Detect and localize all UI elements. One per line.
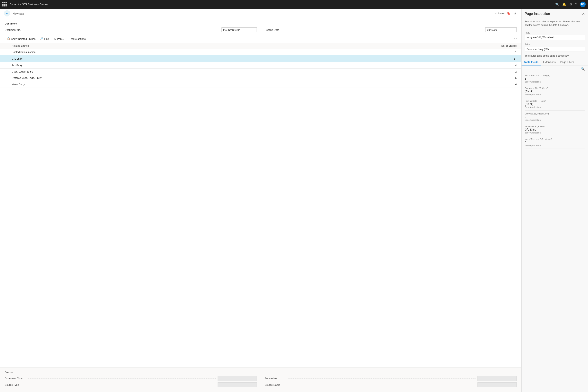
row-entry-name: Posted Sales Invoice [8,49,315,55]
field-value: (Blank) [525,102,585,106]
top-nav-icons: 🔍 🔔 ⚙ ? BC [555,2,586,7]
doc-type-field: Document Type [5,376,257,381]
source-section-title: Source [5,371,517,374]
bookmark-button[interactable]: 🔖 [506,11,511,16]
row-entry-name: Cust. Ledger Entry [8,68,315,75]
col-no-entries-header: No. of Entries [324,43,521,49]
document-form: Document Document No. Posting Date [0,18,521,35]
doc-type-input[interactable] [218,376,257,381]
source-type-input[interactable] [218,382,257,387]
show-related-entries-button[interactable]: 📋 Show Related Entries [5,36,38,42]
panel-tab-page-filters[interactable]: Page Filters [558,59,576,66]
right-panel: Page Inspection ✕ See information about … [521,8,588,392]
doc-no-input[interactable] [222,28,257,32]
field-meta: Table Name (6, Text) [525,125,585,128]
row-entry-name: Detailed Cust. Ledg. Entry [8,75,315,81]
row-context-menu [315,49,324,55]
field-source: Base Application [525,144,585,146]
search-icon[interactable]: 🔍 [555,2,559,6]
row-arrow-cell [0,68,8,75]
bell-icon[interactable]: 🔔 [562,2,566,6]
waffle-icon[interactable] [2,2,7,6]
panel-tab-table-fields[interactable]: Table Fields [522,59,541,66]
table-row[interactable]: Tax Entry4 [0,62,521,68]
panel-description: See information about the page, its diff… [522,18,588,30]
row-entry-name[interactable]: G/L Entry [8,55,315,62]
action-separator [68,37,68,41]
find-button[interactable]: 🔎 Find [38,36,51,42]
doc-no-label: Document No. [5,28,28,31]
source-no-input[interactable] [478,376,517,381]
panel-close-button[interactable]: ✕ [582,12,585,16]
doc-no-field: Document No. [5,28,257,32]
avatar[interactable]: BC [580,2,586,7]
field-value: (Blank) [525,90,585,93]
find-icon: 🔎 [40,37,43,40]
field-value: 0 [525,141,585,144]
panel-tab-extensions[interactable]: Extensions [541,59,558,66]
panel-tabs: Table FieldsExtensionsPage Filters [522,59,588,66]
row-entry-count: 2 [324,68,521,75]
panel-fields-wrap: No. of Records (2, Integer)17Base Applic… [522,72,588,392]
print-button[interactable]: 🖨 Print... [51,36,66,42]
panel-table-value: Document Entry (265) [525,47,585,52]
doc-no-dots [30,30,220,30]
panel-search-icon[interactable]: 🔍 [581,67,585,71]
gear-icon[interactable]: ⚙ [570,2,572,6]
field-meta: Document No. (3, Code) [525,87,585,90]
row-entry-name: Value Entry [8,81,315,88]
source-name-dots [288,385,476,385]
top-nav: Dynamics 365 Business Central 🔍 🔔 ⚙ ? BC [0,0,588,8]
page-toolbar: ← Navigate ✓ Saved 🔖 ⤢ [0,8,521,18]
field-meta: No. of Records 2 (7, Integer) [525,138,585,140]
table-row[interactable]: →G/L Entry⋮17 [0,55,521,62]
source-name-input[interactable] [478,382,517,387]
back-button[interactable]: ← [4,10,10,16]
posting-date-label: Posting Date [264,28,288,31]
field-value: 17 [525,77,585,80]
content-area: ← Navigate ✓ Saved 🔖 ⤢ Document Document… [0,8,521,392]
field-group: Document No. (3, Code)(Blank)Base Applic… [525,85,585,98]
field-source: Base Application [525,119,585,121]
ellipsis-icon[interactable]: ⋮ [318,57,322,60]
table-row[interactable]: Detailed Cust. Ledg. Entry5 [0,75,521,81]
row-arrow-icon: → [3,58,6,60]
open-window-button[interactable]: ⤢ [513,11,518,16]
doc-type-dots [28,378,216,378]
panel-page-label: Page [525,31,585,34]
action-bar: 📋 Show Related Entries 🔎 Find 🖨 Print...… [0,35,521,43]
source-no-dots [288,378,476,378]
show-related-icon: 📋 [7,37,10,40]
row-entry-count: 1 [324,49,521,55]
panel-page-section: Page Navigate (344, Worksheet) [522,30,588,41]
table-row[interactable]: Cust. Ledger Entry2 [0,68,521,75]
panel-page-value: Navigate (344, Worksheet) [525,35,585,40]
row-context-menu [315,81,324,88]
main-layout: ← Navigate ✓ Saved 🔖 ⤢ Document Document… [0,8,588,392]
field-group: Entry No. (5, Integer, PK)2Base Applicat… [525,110,585,123]
panel-table-label: Table [525,43,585,46]
help-icon[interactable]: ? [575,2,577,6]
filter-icon[interactable]: ▽ [514,37,517,41]
entries-table-section: Related Entries No. of Entries Posted Sa… [0,43,521,367]
row-arrow-cell [0,49,8,55]
more-options-button[interactable]: More options [69,36,88,42]
field-group: Table Name (6, Text)G/L EntryBase Applic… [525,123,585,136]
field-group: No. of Records (2, Integer)17Base Applic… [525,72,585,85]
source-name-field: Source Name [264,382,517,387]
row-arrow-cell: → [0,55,8,62]
row-entry-count: 5 [324,75,521,81]
table-row[interactable]: Value Entry4 [0,81,521,88]
source-row-2: Source Type Source Name [5,382,517,387]
row-entry-count: 4 [324,62,521,68]
table-row[interactable]: Posted Sales Invoice1 [0,49,521,55]
source-no-field: Source No. [264,376,517,381]
field-source: Base Application [525,80,585,83]
row-context-menu[interactable]: ⋮ [315,55,324,62]
row-context-menu [315,68,324,75]
posting-date-input[interactable] [485,28,517,32]
source-section: Source Document Type Source No. Source T… [0,367,521,392]
page-title: Navigate [12,12,494,15]
field-group: Posting Date (4, Date)(Blank)Base Applic… [525,98,585,110]
field-meta: No. of Records (2, Integer) [525,74,585,77]
